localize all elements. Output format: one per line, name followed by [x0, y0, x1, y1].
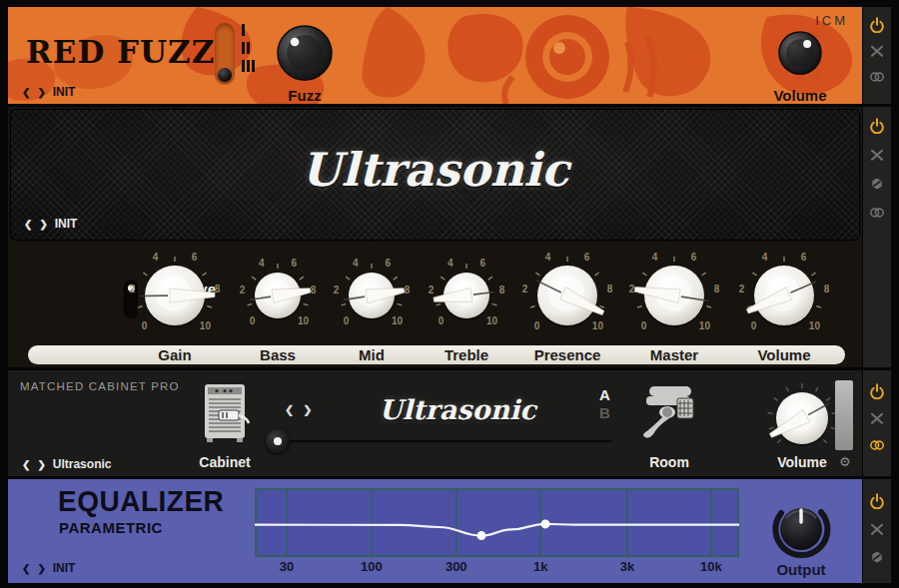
tags-icon[interactable] — [869, 549, 885, 565]
prev-cabinet-button[interactable]: ❮ — [285, 403, 303, 415]
tags-icon[interactable] — [869, 176, 885, 192]
next-preset-button[interactable]: ❯ — [37, 563, 45, 574]
next-preset-button[interactable]: ❯ — [37, 87, 45, 98]
preset-nav-eq: ❮ ❯ INIT — [22, 561, 75, 575]
rail-cabinet — [863, 370, 891, 476]
stereo-icon[interactable] — [869, 437, 885, 453]
module-red-fuzz: RED FUZZ ICM Fuzz Volume ❮ ❯ INIT — [8, 7, 862, 104]
svg-text:8: 8 — [607, 284, 613, 294]
rail-amp — [863, 107, 891, 367]
preset-name[interactable]: INIT — [53, 561, 76, 575]
volume-knob-label: Volume — [773, 87, 826, 104]
freq-label-10k: 10k — [700, 559, 722, 574]
svg-text:4: 4 — [652, 252, 658, 263]
svg-text:8: 8 — [499, 285, 505, 295]
mic-distance-slider-handle[interactable] — [266, 429, 290, 453]
cab-slot-b[interactable]: B — [599, 405, 610, 421]
power-icon[interactable] — [869, 493, 885, 509]
preset-nav-amp: ❮ ❯ INIT — [24, 217, 77, 231]
section-title: MATCHED CABINET PRO — [20, 380, 180, 392]
power-icon[interactable] — [869, 383, 885, 399]
svg-text:6: 6 — [192, 252, 198, 263]
eq-title: EQUALIZER — [58, 485, 224, 519]
svg-text:4: 4 — [153, 252, 159, 263]
svg-text:10: 10 — [298, 315, 310, 326]
freq-label-3k: 3k — [620, 559, 634, 574]
next-cabinet-button[interactable]: ❯ — [303, 403, 321, 415]
cab-volume-label: Volume — [777, 454, 827, 470]
svg-text:6: 6 — [801, 252, 807, 263]
svg-text:2: 2 — [522, 284, 528, 294]
mode-switch-handle[interactable] — [218, 68, 232, 82]
freq-label-1k: 1k — [533, 559, 547, 574]
mode-switch-scale — [242, 24, 255, 72]
bass-knob[interactable]: 0246810 — [236, 254, 320, 341]
svg-text:0: 0 — [250, 315, 256, 326]
svg-text:0: 0 — [641, 320, 647, 331]
output-level-meter — [835, 380, 853, 450]
svg-text:10: 10 — [809, 320, 821, 331]
svg-text:0: 0 — [439, 315, 445, 326]
svg-text:2: 2 — [429, 285, 435, 295]
output-knob[interactable] — [768, 496, 834, 566]
volume-knob[interactable]: 0246810 — [735, 247, 833, 348]
svg-text:10: 10 — [486, 315, 498, 326]
svg-text:2: 2 — [629, 284, 635, 294]
volume-knob[interactable] — [775, 28, 825, 82]
mode-switch-track[interactable] — [215, 23, 235, 85]
preset-nav-red-fuzz: ❮ ❯ INIT — [22, 85, 75, 99]
svg-text:2: 2 — [240, 285, 246, 295]
next-preset-button[interactable]: ❯ — [37, 459, 45, 470]
prev-preset-button[interactable]: ❮ — [22, 87, 30, 98]
next-preset-button[interactable]: ❯ — [39, 219, 47, 230]
svg-text:10: 10 — [592, 320, 604, 331]
module-equalizer: EQUALIZER PARAMETRIC 301003001k3k10k Out… — [8, 479, 862, 583]
svg-text:2: 2 — [334, 285, 340, 295]
prev-preset-button[interactable]: ❮ — [24, 219, 32, 230]
prev-preset-button[interactable]: ❮ — [22, 563, 30, 574]
presence-knob[interactable]: 0246810 — [518, 247, 616, 348]
svg-text:6: 6 — [386, 258, 392, 269]
svg-text:10: 10 — [392, 315, 404, 326]
preset-name[interactable]: INIT — [53, 85, 76, 99]
cabinet-prev-next[interactable]: ❮❯ — [285, 403, 321, 416]
svg-text:4: 4 — [762, 252, 768, 263]
cab-volume-knob[interactable] — [757, 373, 847, 467]
svg-text:4: 4 — [448, 258, 453, 269]
svg-text:0: 0 — [344, 315, 350, 326]
svg-text:2: 2 — [130, 284, 136, 294]
split-icon[interactable] — [869, 147, 885, 163]
red-fuzz-logo: RED FUZZ — [26, 32, 215, 70]
presence-strip-label: Presence — [534, 346, 601, 363]
mid-knob[interactable]: 0246810 — [330, 254, 414, 341]
cabinet-icon[interactable] — [201, 382, 253, 444]
eq-curve-graph[interactable] — [255, 488, 739, 561]
svg-text:6: 6 — [292, 258, 298, 269]
room-icon[interactable] — [637, 382, 703, 442]
stereo-icon[interactable] — [869, 69, 885, 85]
fuzz-knob[interactable] — [274, 22, 336, 88]
room-label: Room — [649, 454, 689, 470]
split-icon[interactable] — [869, 43, 885, 59]
master-knob[interactable]: 0246810 — [625, 247, 723, 348]
freq-label-300: 300 — [446, 559, 467, 574]
power-icon[interactable] — [869, 17, 885, 33]
split-icon[interactable] — [869, 410, 885, 426]
split-icon[interactable] — [869, 521, 885, 537]
preset-name[interactable]: INIT — [55, 217, 78, 231]
treble-knob[interactable]: 0246810 — [425, 254, 508, 341]
rail-red-fuzz — [863, 7, 891, 104]
svg-text:10: 10 — [699, 320, 711, 331]
gain-knob[interactable]: 0246810 — [126, 247, 224, 348]
power-icon[interactable] — [869, 118, 885, 134]
prev-preset-button[interactable]: ❮ — [22, 459, 30, 470]
knob-label-strip: GainBassMidTreblePresenceMasterVolume — [28, 345, 845, 364]
preset-name[interactable]: Ultrasonic — [53, 457, 112, 471]
fuzz-knob-label: Fuzz — [288, 87, 321, 104]
gear-icon[interactable]: ⚙ — [839, 454, 851, 469]
svg-text:4: 4 — [353, 258, 359, 269]
mic-distance-slider-track[interactable] — [290, 440, 611, 442]
stereo-icon[interactable] — [869, 205, 885, 221]
cab-slot-a[interactable]: A — [599, 387, 610, 403]
svg-text:0: 0 — [142, 320, 148, 331]
